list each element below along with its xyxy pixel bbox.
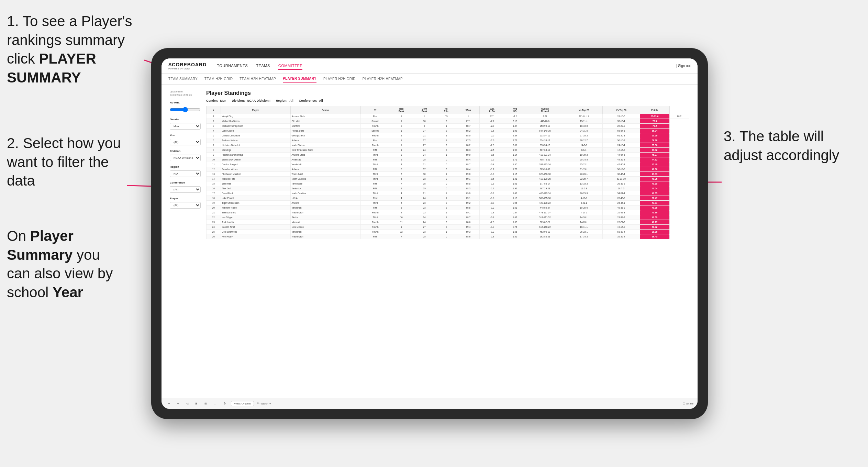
points-cell: 38.95 — [640, 230, 669, 234]
table-cell: Missouri — [290, 220, 361, 225]
toolbar-redo[interactable]: ↪ — [175, 401, 181, 406]
points-cell: 40.35 — [640, 191, 669, 196]
nav-tournaments[interactable]: TOURNAMENTS — [217, 62, 248, 70]
table-cell: 22 — [207, 215, 221, 220]
col-reg-rank: RegRank — [390, 106, 413, 114]
table-cell: 381-61-11 — [565, 114, 603, 119]
table-cell: Texas A&M — [290, 172, 361, 177]
sign-out-link[interactable]: Sign out — [678, 64, 691, 68]
table-cell: 8-21-1 — [565, 201, 603, 205]
table-cell: 53-38-4 — [602, 230, 640, 234]
table-row: 5Christo LamprechtGeorgia TechFourth2212… — [207, 133, 689, 138]
table-cell: 0 — [436, 167, 457, 172]
nav-committee[interactable]: COMMITTEE — [278, 62, 303, 70]
toolbar-back[interactable]: ◁ — [184, 401, 190, 406]
table-cell: 5 — [390, 205, 413, 210]
table-cell: 1 — [436, 153, 457, 157]
table-cell: 28-15-0 — [602, 114, 640, 119]
table-cell: 1.14 — [505, 153, 525, 157]
table-cell: 1.65 — [505, 230, 525, 234]
table-cell: 258-99-13 — [525, 124, 565, 129]
table-cell: 11 — [207, 162, 221, 167]
table-cell: Arizona State — [290, 114, 361, 119]
toolbar-share-button[interactable]: ⬡ Share — [683, 402, 693, 405]
nav-teams[interactable]: TEAMS — [256, 62, 270, 70]
table-cell: 4-18-0 — [565, 196, 603, 201]
table-cell: 23 — [413, 201, 436, 205]
table-cell: Michael La Sasso — [221, 119, 290, 124]
toolbar-more[interactable]: … — [212, 401, 219, 406]
table-cell: Fifth — [361, 167, 390, 172]
table-cell: 10 — [390, 215, 413, 220]
region-select[interactable]: N/A — [170, 170, 201, 177]
subnav-player-summary[interactable]: PLAYER SUMMARY — [283, 75, 316, 83]
col-player: Player — [221, 106, 290, 114]
table-cell: 26-23-1 — [565, 230, 603, 234]
filter-division: Division NCAA Division I — [170, 149, 201, 161]
table-cell: 1 — [390, 143, 413, 148]
table-cell: 2 — [436, 205, 457, 210]
table-cell: 19-39-2 — [565, 153, 603, 157]
points-cell: 38.47 — [640, 196, 669, 201]
no-rds-label: No Rds. — [170, 101, 201, 104]
conference-select[interactable]: (All) — [170, 186, 201, 193]
instruction-3-right-text: 3. The table will adjust accordingly — [724, 128, 839, 163]
table-cell: 23 — [413, 230, 436, 234]
toolbar-copy[interactable]: ⊞ — [193, 401, 200, 406]
table-cell: Third — [361, 162, 390, 167]
gender-select[interactable]: Men — [170, 123, 201, 130]
subnav-player-h2h-grid[interactable]: PLAYER H2H GRID — [323, 75, 356, 83]
toolbar-paste[interactable]: ⊟ — [202, 401, 209, 406]
player-select[interactable]: (All) — [170, 202, 201, 209]
table-cell: 25 — [207, 230, 221, 234]
table-cell: 19-16-0 — [602, 225, 640, 230]
division-select[interactable]: NCAA Division I — [170, 155, 201, 161]
table-cell: 30 — [413, 172, 436, 177]
subnav-player-h2h-heatmap[interactable]: PLAYER H2H HEATMAP — [363, 75, 403, 83]
no-rds-slider[interactable] — [170, 107, 201, 112]
subnav-team-summary[interactable]: TEAM SUMMARY — [168, 75, 198, 83]
table-area: Player Standings Gender: Men Division: N… — [206, 90, 689, 403]
points-cell: 55.56 — [640, 143, 669, 148]
table-cell: -1.5 — [480, 157, 505, 162]
table-row: 2Michael La SassoOle MissSecond118067.1-… — [207, 119, 689, 124]
points-cell: 40.75 — [640, 177, 669, 181]
table-cell: Third — [361, 215, 390, 220]
table-cell: 67.1 — [457, 119, 480, 124]
subnav-team-h2h-grid[interactable]: TEAM H2H GRID — [204, 75, 233, 83]
table-cell: 7 — [207, 143, 221, 148]
toolbar-clock[interactable]: ⏱ — [221, 401, 228, 406]
table-cell: 23 — [413, 177, 436, 181]
table-cell: 18 — [413, 181, 436, 186]
col-overall-record: OverallRecord — [525, 106, 565, 114]
toolbar-watch-button[interactable]: 👁 Watch ▾ — [257, 402, 270, 405]
conference-filter-label: Conference: — [299, 99, 317, 102]
table-cell: 25 — [413, 157, 436, 162]
table-cell: 5 — [390, 167, 413, 172]
table-cell: Alex Goff — [221, 186, 290, 191]
table-cell: Fourth — [361, 143, 390, 148]
toolbar-view-button[interactable]: View: Original — [231, 401, 254, 406]
table-cell: 24-31-5 — [565, 129, 603, 133]
table-cell: 1.71 — [505, 157, 525, 162]
main-content: Update time: 27/03/2024 16:56:26 No Rds.… — [162, 85, 698, 409]
table-cell: -2.3 — [480, 143, 505, 148]
table-cell: 24-10-4 — [602, 143, 640, 148]
table-cell: 69.0 — [457, 153, 480, 157]
points-cell: 40.02 — [640, 225, 669, 230]
table-cell: 68.5 — [457, 205, 480, 210]
table-cell: Bastien Amat — [221, 225, 290, 230]
table-cell: 1.47 — [505, 124, 525, 129]
toolbar-undo[interactable]: ↩ — [166, 401, 172, 406]
subnav-team-h2h-heatmap[interactable]: TEAM H2H HEATMAP — [240, 75, 276, 83]
filter-year: Year (All) — [170, 134, 201, 145]
table-cell: 0 — [436, 181, 457, 186]
table-row: 19Tiger ChristensenArizonaThird523269.2-… — [207, 201, 689, 205]
table-cell: 23 — [413, 210, 436, 215]
points-cell: 66.04 — [640, 129, 669, 133]
table-cell: 14-26-1 — [565, 215, 603, 220]
year-select[interactable]: (All) — [170, 139, 201, 145]
table-cell: 69.3 — [457, 230, 480, 234]
table-cell: -1.2 — [480, 205, 505, 210]
table-cell: Fifth — [361, 186, 390, 191]
